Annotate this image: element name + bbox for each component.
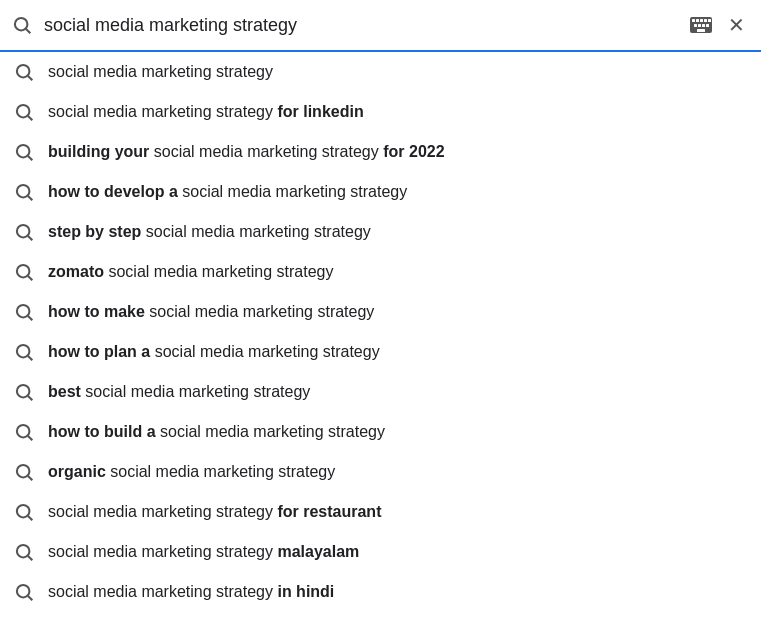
search-icon [14, 62, 34, 82]
search-bar-icon [12, 15, 32, 35]
search-icon [14, 502, 34, 522]
suggestion-text: social media marketing strategy for rest… [48, 503, 381, 521]
search-container: ✕ social media marketing strategysocial … [0, 0, 761, 612]
search-icon [14, 102, 34, 122]
svg-line-5 [28, 116, 33, 121]
list-item[interactable]: organic social media marketing strategy [0, 452, 761, 492]
list-item[interactable]: best social media marketing strategy [0, 372, 761, 412]
suggestion-text: social media marketing strategy for link… [48, 103, 364, 121]
svg-point-22 [17, 465, 30, 478]
svg-line-13 [28, 276, 33, 281]
search-input[interactable] [44, 15, 682, 36]
list-item[interactable]: social media marketing strategy [0, 52, 761, 92]
search-icon [14, 542, 34, 562]
search-icon [14, 422, 34, 442]
clear-button[interactable]: ✕ [724, 13, 749, 37]
suggestion-text: social media marketing strategy malayala… [48, 543, 359, 561]
search-icon [14, 222, 34, 242]
svg-point-26 [17, 545, 30, 558]
search-icon [14, 382, 34, 402]
svg-line-1 [26, 29, 31, 34]
svg-line-19 [28, 396, 33, 401]
svg-line-27 [28, 556, 33, 561]
keyboard-icon[interactable] [690, 17, 712, 33]
suggestion-text: how to develop a social media marketing … [48, 183, 407, 201]
svg-line-15 [28, 316, 33, 321]
svg-line-23 [28, 476, 33, 481]
suggestion-text: organic social media marketing strategy [48, 463, 335, 481]
svg-point-4 [17, 105, 30, 118]
list-item[interactable]: zomato social media marketing strategy [0, 252, 761, 292]
search-icon [14, 182, 34, 202]
search-icon [14, 302, 34, 322]
svg-point-10 [17, 225, 30, 238]
svg-line-7 [28, 156, 33, 161]
svg-line-25 [28, 516, 33, 521]
suggestion-text: how to make social media marketing strat… [48, 303, 374, 321]
search-icon [14, 142, 34, 162]
list-item[interactable]: how to plan a social media marketing str… [0, 332, 761, 372]
svg-line-17 [28, 356, 33, 361]
suggestion-text: best social media marketing strategy [48, 383, 310, 401]
search-icon [14, 582, 34, 602]
suggestion-text: social media marketing strategy [48, 63, 273, 81]
search-bar: ✕ [0, 0, 761, 52]
svg-point-14 [17, 305, 30, 318]
svg-point-24 [17, 505, 30, 518]
svg-line-3 [28, 76, 33, 81]
search-icon [14, 462, 34, 482]
list-item[interactable]: how to make social media marketing strat… [0, 292, 761, 332]
list-item[interactable]: building your social media marketing str… [0, 132, 761, 172]
suggestion-text: social media marketing strategy in hindi [48, 583, 334, 601]
svg-point-28 [17, 585, 30, 598]
search-icon [12, 15, 32, 35]
suggestion-text: how to plan a social media marketing str… [48, 343, 380, 361]
svg-line-21 [28, 436, 33, 441]
svg-point-12 [17, 265, 30, 278]
list-item[interactable]: how to build a social media marketing st… [0, 412, 761, 452]
list-item[interactable]: social media marketing strategy in hindi [0, 572, 761, 612]
suggestion-text: zomato social media marketing strategy [48, 263, 333, 281]
list-item[interactable]: step by step social media marketing stra… [0, 212, 761, 252]
list-item[interactable]: how to develop a social media marketing … [0, 172, 761, 212]
svg-point-0 [15, 18, 28, 31]
search-icon [14, 342, 34, 362]
svg-point-2 [17, 65, 30, 78]
svg-point-20 [17, 425, 30, 438]
suggestions-list: social media marketing strategysocial me… [0, 52, 761, 612]
svg-line-29 [28, 596, 33, 601]
svg-point-18 [17, 385, 30, 398]
suggestion-text: how to build a social media marketing st… [48, 423, 385, 441]
svg-point-8 [17, 185, 30, 198]
list-item[interactable]: social media marketing strategy malayala… [0, 532, 761, 572]
list-item[interactable]: social media marketing strategy for rest… [0, 492, 761, 532]
svg-point-16 [17, 345, 30, 358]
suggestion-text: building your social media marketing str… [48, 143, 445, 161]
search-actions: ✕ [690, 13, 749, 37]
svg-line-9 [28, 196, 33, 201]
list-item[interactable]: social media marketing strategy for link… [0, 92, 761, 132]
svg-point-6 [17, 145, 30, 158]
search-icon [14, 262, 34, 282]
svg-line-11 [28, 236, 33, 241]
suggestion-text: step by step social media marketing stra… [48, 223, 371, 241]
